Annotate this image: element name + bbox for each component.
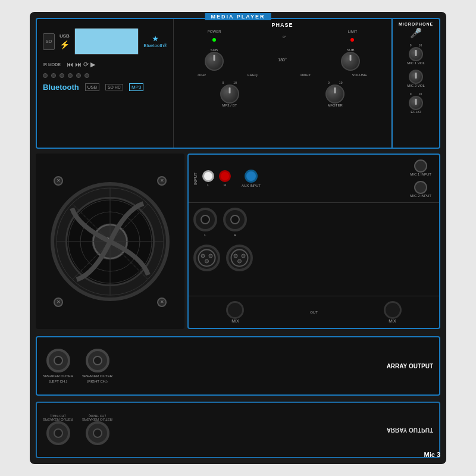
mp3bt-label: MP3 / BT bbox=[222, 104, 237, 107]
mic1-input-group: MIC 1 INPUT bbox=[410, 159, 431, 176]
input-row: INPUT L R AUX INPUT MIC 1 IN bbox=[189, 155, 439, 203]
mic2-vol-group: MIC 2 VOL bbox=[396, 70, 436, 87]
trs-right[interactable] bbox=[223, 208, 247, 231]
svg-point-14 bbox=[242, 254, 245, 258]
reflected-right: SPEAKER OUTER (RIGHT CH.) bbox=[82, 415, 112, 446]
rca-l-label: L bbox=[207, 183, 209, 187]
svg-point-15 bbox=[238, 259, 242, 263]
bluetooth-brand: Bluetooth bbox=[43, 83, 79, 92]
echo-knob[interactable] bbox=[409, 96, 423, 110]
bluetooth-text-small: Bluetooth® bbox=[143, 43, 167, 48]
mic-inputs: MIC 1 INPUT MIC 2 INPUT bbox=[410, 159, 434, 198]
mix-right-label: MIX bbox=[389, 319, 396, 323]
rca-white-connector[interactable] bbox=[202, 170, 214, 182]
mode-dot-2[interactable] bbox=[51, 73, 56, 78]
rca-red-group: R bbox=[219, 170, 231, 187]
mic-icon: 🎤 bbox=[396, 27, 436, 39]
prev-button[interactable]: ⏮ bbox=[67, 61, 73, 68]
svg-point-10 bbox=[209, 254, 212, 258]
sub-knob-right[interactable] bbox=[341, 52, 360, 71]
mode-dot-1[interactable] bbox=[43, 73, 48, 78]
speaker-left-group: SPEAKER OUTER (LEFT CH.) bbox=[43, 349, 73, 383]
sub-knob-left[interactable] bbox=[205, 52, 224, 71]
xlr-right[interactable] bbox=[226, 245, 253, 271]
speaker-right-group: SPEAKER OUTER (RIGHT CH.) bbox=[82, 349, 112, 383]
play-button[interactable]: ▶ bbox=[90, 61, 95, 68]
reflected-label-left: SPEAKER OUTER bbox=[43, 418, 73, 422]
fan-area: ✕ ✕ ✕ ✕ bbox=[36, 154, 184, 329]
aux-connector[interactable] bbox=[245, 170, 258, 183]
speaker-right-inner bbox=[93, 356, 102, 365]
speaker-right-label: SPEAKER OUTER bbox=[82, 374, 112, 378]
mp3bt-knob[interactable] bbox=[220, 84, 239, 104]
controls-panel: INPUT L R AUX INPUT MIC 1 IN bbox=[187, 154, 440, 329]
sub-knob-right-group: SUB bbox=[341, 48, 360, 71]
xlr-left[interactable] bbox=[193, 245, 220, 271]
master-label: MASTER bbox=[328, 104, 343, 107]
rca-r-label: R bbox=[224, 183, 226, 187]
xlr-left-svg bbox=[196, 248, 217, 268]
mix-left-connector[interactable] bbox=[226, 301, 244, 319]
master-knob[interactable] bbox=[325, 84, 345, 104]
mode-dot-3[interactable] bbox=[60, 73, 64, 78]
180-label: 180° bbox=[278, 58, 286, 62]
usb-badge: USB bbox=[85, 83, 99, 91]
reflected-jack-left bbox=[46, 422, 70, 446]
mic2-vol-knob[interactable] bbox=[409, 70, 423, 84]
bluetooth-icon: ★ bbox=[152, 35, 158, 43]
reflected-panel: SPEAKER OUTER (LEFT CH.) SPEAKER OUTER (… bbox=[36, 402, 440, 458]
trs-left[interactable] bbox=[193, 208, 217, 231]
bolt-top-right: ✕ bbox=[157, 176, 167, 186]
aux-input-label: AUX INPUT bbox=[242, 184, 261, 187]
svg-point-8 bbox=[199, 250, 215, 267]
mix-out-row: MIX OUT MIX bbox=[189, 296, 439, 328]
top-panel: MEDIA PLAYER SD USB ⚡ ★ B bbox=[36, 18, 440, 149]
reflected-ch-left: (LEFT CH.) bbox=[51, 415, 65, 418]
limit-label: LIMIT bbox=[348, 30, 357, 33]
sub-knob-left-group: SUB bbox=[205, 48, 224, 71]
mic2-input-jack[interactable] bbox=[414, 181, 427, 194]
svg-point-13 bbox=[234, 254, 237, 258]
rca-red-connector[interactable] bbox=[219, 170, 231, 182]
speaker-left-jack[interactable] bbox=[46, 349, 70, 372]
mode-dot-6[interactable] bbox=[84, 73, 89, 78]
sd-card-icon: SD bbox=[45, 39, 52, 44]
media-bottom-icons: Bluetooth USB SD HC MP3 bbox=[37, 78, 173, 96]
left-section: SD USB ⚡ ★ Bluetooth® IR MODE ⏮ bbox=[37, 19, 174, 148]
zero-label: 0° bbox=[283, 35, 286, 39]
40hz-label: 40Hz bbox=[198, 73, 206, 77]
usb-icon: ⚡ bbox=[60, 40, 70, 49]
mp3bt-knob-group: 0 10 MP3 / BT bbox=[220, 81, 239, 107]
svg-point-11 bbox=[205, 259, 209, 263]
mix-left-label: MIX bbox=[231, 319, 239, 323]
reflected-label-right: SPEAKER OUTER bbox=[82, 418, 112, 422]
trs-r-label: R bbox=[234, 233, 236, 237]
dot-row bbox=[37, 73, 173, 78]
mic2-vol-label: MIC 2 VOL bbox=[407, 84, 425, 87]
mp3-badge: MP3 bbox=[129, 83, 143, 91]
ir-mode-row: IR MODE ⏮ ⏭ ⟳ ▶ bbox=[37, 58, 173, 71]
reflected-inner: SPEAKER OUTER (LEFT CH.) SPEAKER OUTER (… bbox=[37, 403, 439, 457]
phase-label: PHASE bbox=[177, 22, 388, 28]
right-section: PHASE POWER 0° LIMIT bbox=[174, 19, 439, 148]
mic1-input-jack[interactable] bbox=[414, 159, 427, 173]
next-button[interactable]: ⏭ bbox=[75, 61, 82, 68]
mic1-input-label: MIC 1 INPUT bbox=[410, 173, 431, 176]
mic1-vol-group: 0 10 MIC 1 VOL bbox=[396, 43, 436, 65]
mic1-vol-knob[interactable] bbox=[409, 47, 423, 61]
mic2-input-group: MIC 2 INPUT bbox=[410, 181, 431, 198]
mix-left-group: MIX bbox=[226, 301, 244, 323]
svg-point-12 bbox=[231, 250, 248, 267]
mode-dot-4[interactable] bbox=[68, 73, 73, 78]
echo-group: 0 10 ECHO bbox=[396, 92, 436, 114]
xlr-connectors-row bbox=[189, 242, 439, 274]
repeat-button[interactable]: ⟳ bbox=[83, 61, 89, 68]
bolt-bottom-left: ✕ bbox=[54, 298, 63, 307]
mode-dot-5[interactable] bbox=[76, 73, 81, 78]
master-knob-group: 0 10 MASTER bbox=[325, 81, 345, 107]
mix-right-connector[interactable] bbox=[384, 301, 402, 319]
speaker-right-jack[interactable] bbox=[86, 349, 109, 372]
volume-label: VOLUME bbox=[352, 73, 367, 77]
mix-right-group: MIX bbox=[384, 301, 402, 323]
xlr-right-svg bbox=[229, 248, 250, 268]
